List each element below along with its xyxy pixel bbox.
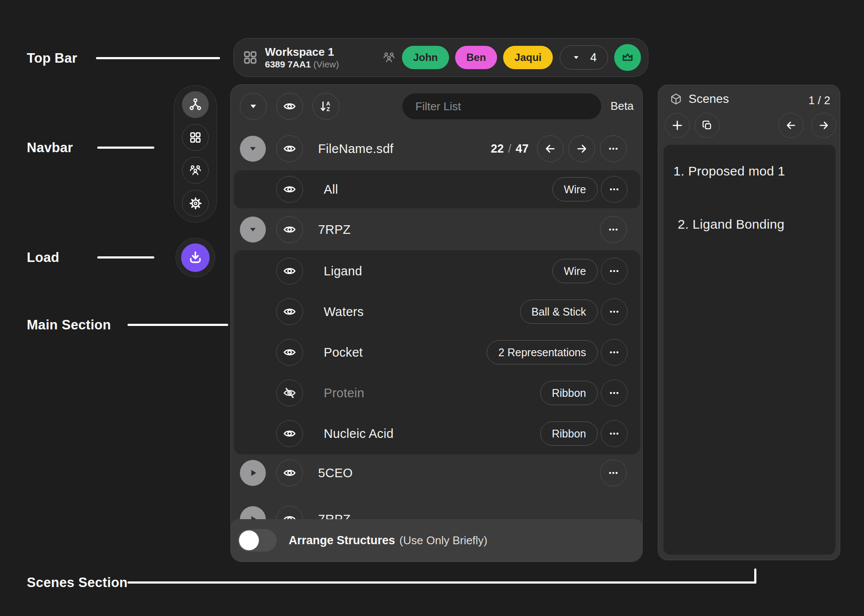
frame-counter: 22 / 47 bbox=[491, 142, 529, 156]
representation-pill[interactable]: Wire bbox=[552, 177, 598, 201]
structure-row-5ceo[interactable]: 5CEO bbox=[231, 453, 642, 492]
collapse-all-button[interactable] bbox=[240, 93, 267, 120]
list-item-protein[interactable]: Protein Ribbon bbox=[234, 373, 640, 413]
ellipsis-icon bbox=[608, 305, 621, 318]
owner-button[interactable] bbox=[614, 44, 641, 71]
list-item-ligand[interactable]: Ligand Wire bbox=[234, 251, 640, 291]
expand-toggle-button[interactable] bbox=[240, 217, 266, 243]
load-button-ring bbox=[175, 238, 215, 278]
eye-icon bbox=[283, 305, 297, 318]
more-options-button[interactable] bbox=[600, 216, 627, 243]
user-count-dropdown[interactable]: 4 bbox=[560, 45, 608, 70]
molecule-icon bbox=[188, 98, 202, 112]
copy-icon bbox=[701, 119, 713, 131]
eye-off-icon bbox=[283, 386, 297, 399]
item-label: Pocket bbox=[324, 345, 363, 360]
next-scene-button[interactable] bbox=[811, 113, 836, 138]
scene-item-1[interactable]: 1. Proposed mod 1 bbox=[673, 164, 785, 179]
structure-name: 5CEO bbox=[318, 466, 353, 480]
list-item-all[interactable]: All Wire bbox=[234, 170, 640, 208]
annotation-line-navbar bbox=[97, 147, 154, 149]
more-options-button[interactable] bbox=[601, 258, 628, 284]
visibility-toggle-button[interactable] bbox=[276, 420, 303, 447]
representation-pill[interactable]: Ribbon bbox=[540, 421, 598, 446]
representation-pill[interactable]: Ball & Stick bbox=[520, 300, 598, 324]
user-count: 4 bbox=[590, 51, 596, 64]
workspace-view-link[interactable]: (View) bbox=[313, 59, 339, 69]
previous-scene-button[interactable] bbox=[778, 113, 803, 138]
more-options-button[interactable] bbox=[600, 460, 627, 486]
representation-pill[interactable]: Wire bbox=[552, 259, 598, 283]
expand-toggle-button[interactable] bbox=[240, 136, 266, 162]
more-options-button[interactable] bbox=[601, 339, 628, 366]
filter-list-input[interactable] bbox=[402, 93, 601, 119]
list-item-nucleic-acid[interactable]: Nucleic Acid Ribbon bbox=[234, 413, 640, 454]
ellipsis-icon bbox=[608, 346, 621, 359]
sort-az-button[interactable] bbox=[312, 93, 339, 120]
scene-item-2[interactable]: 2. Ligand Bonding bbox=[678, 217, 784, 232]
list-item-waters[interactable]: Waters Ball & Stick bbox=[234, 291, 640, 332]
annotation-scenes-section: Scenes Section bbox=[27, 575, 128, 590]
more-options-button[interactable] bbox=[600, 135, 627, 162]
annotation-top-bar: Top Bar bbox=[27, 51, 77, 66]
avatar-jaqui[interactable]: Jaqui bbox=[503, 46, 553, 69]
visibility-all-button[interactable] bbox=[276, 93, 303, 120]
chevron-down-icon bbox=[246, 223, 259, 236]
eye-icon bbox=[283, 223, 297, 236]
previous-frame-button[interactable] bbox=[537, 135, 564, 162]
nav-grid-button[interactable] bbox=[182, 124, 209, 151]
more-options-button[interactable] bbox=[601, 420, 628, 447]
chevron-down-icon bbox=[246, 142, 259, 155]
more-options-button[interactable] bbox=[601, 380, 628, 406]
duplicate-scene-button[interactable] bbox=[695, 113, 720, 138]
ellipsis-icon bbox=[608, 427, 621, 440]
arrange-structures-note: (Use Only Briefly) bbox=[399, 534, 488, 547]
arrange-structures-label: Arrange Structures bbox=[289, 534, 395, 547]
next-frame-button[interactable] bbox=[568, 135, 595, 162]
list-item-pocket[interactable]: Pocket 2 Representations bbox=[234, 332, 640, 373]
visibility-toggle-button[interactable] bbox=[276, 258, 303, 284]
eye-icon bbox=[283, 142, 297, 155]
avatar-ben[interactable]: Ben bbox=[455, 46, 497, 69]
annotation-line-top-bar bbox=[96, 57, 220, 59]
representation-pill[interactable]: 2 Representations bbox=[487, 340, 598, 364]
arrange-structures-toggle[interactable] bbox=[238, 529, 277, 552]
item-label: Nucleic Acid bbox=[324, 427, 394, 441]
visibility-toggle-button[interactable] bbox=[276, 176, 303, 203]
more-options-button[interactable] bbox=[601, 298, 628, 325]
nav-settings-button[interactable] bbox=[182, 190, 209, 217]
arrow-right-icon bbox=[818, 119, 830, 131]
file-row[interactable]: FileName.sdf 22 / 47 bbox=[231, 129, 642, 168]
expand-toggle-button[interactable] bbox=[240, 460, 266, 486]
representation-pill[interactable]: Ribbon bbox=[540, 381, 598, 405]
visibility-toggle-button[interactable] bbox=[276, 460, 303, 486]
beta-badge: Beta bbox=[611, 99, 634, 113]
more-options-button[interactable] bbox=[601, 176, 628, 203]
arrow-left-icon bbox=[544, 142, 557, 155]
item-label: Protein bbox=[324, 386, 364, 400]
visibility-toggle-button[interactable] bbox=[276, 216, 303, 243]
workspace-id: 6389 7AA1 bbox=[265, 59, 311, 69]
visibility-toggle-button[interactable] bbox=[276, 298, 303, 325]
workspace-name: Workspace 1 bbox=[265, 46, 339, 58]
visibility-toggle-button[interactable] bbox=[276, 135, 303, 162]
annotation-line-main-section bbox=[128, 324, 228, 326]
frame-current: 22 bbox=[491, 142, 504, 156]
structure-row-7rpz[interactable]: 7RPZ bbox=[231, 210, 642, 249]
structure-children-panel: Ligand Wire Waters Ball & Stick bbox=[234, 250, 640, 454]
visibility-toggle-button[interactable] bbox=[276, 380, 303, 406]
workspace-info[interactable]: Workspace 1 6389 7AA1 (View) bbox=[265, 46, 339, 70]
nav-team-button[interactable] bbox=[182, 157, 209, 184]
grid-icon bbox=[189, 131, 202, 144]
load-button[interactable] bbox=[181, 243, 210, 272]
nav-molecule-button[interactable] bbox=[182, 91, 209, 118]
eye-icon bbox=[283, 100, 297, 113]
avatar-jaqui-label: Jaqui bbox=[514, 51, 542, 64]
visibility-toggle-button[interactable] bbox=[276, 339, 303, 366]
item-label: Ligand bbox=[324, 264, 362, 278]
eye-icon bbox=[283, 265, 297, 278]
avatar-ben-label: Ben bbox=[466, 51, 486, 64]
workspace-grid-icon bbox=[242, 50, 258, 65]
avatar-john[interactable]: John bbox=[402, 46, 449, 69]
add-scene-button[interactable] bbox=[665, 113, 690, 138]
